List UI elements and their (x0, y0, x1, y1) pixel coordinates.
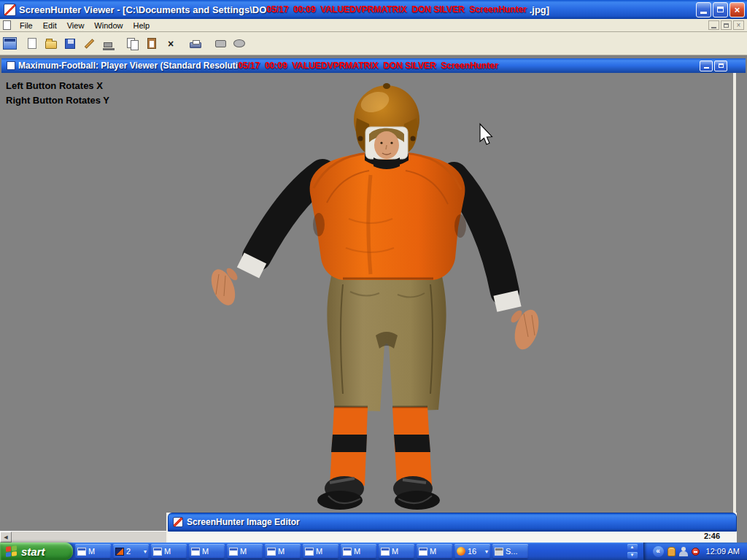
mdi-caption-buttons (700, 61, 743, 71)
firefox-icon (457, 547, 465, 556)
horizontal-scrollbar[interactable]: ◀ (0, 531, 167, 542)
editor-text-snippet: 2:46 (704, 532, 720, 540)
player-render (0, 73, 747, 542)
window-icon (305, 548, 314, 556)
taskbar-button[interactable]: M (189, 544, 225, 559)
window-title: ScreenHunter Viewer - [C:\Documents and … (19, 4, 549, 15)
rectangle-icon (215, 40, 226, 47)
mouse-cursor (480, 124, 492, 144)
new-button[interactable] (23, 34, 42, 53)
taskbar-button[interactable]: M (227, 544, 263, 559)
taskbar-button[interactable]: M (265, 544, 301, 559)
player-left-arm (206, 174, 322, 308)
screenhunter-icon (4, 4, 16, 16)
editor-window[interactable]: ScreenHunter Image Editor 2:46 (166, 513, 737, 542)
taskbar-button[interactable]: M (341, 544, 376, 559)
taskbar-group-button-mf[interactable]: 2 ▾ (113, 544, 149, 559)
minimize-icon (711, 27, 716, 28)
close-icon: × (737, 21, 741, 29)
taskbar-button[interactable]: M (75, 544, 111, 559)
taskbar-button[interactable]: M (379, 544, 414, 559)
hint-line-2: Right Button Rotates Y (6, 93, 109, 108)
window-icon (343, 548, 352, 556)
scroll-up-icon: ▲ (630, 545, 635, 549)
collapse-chevron-icon[interactable]: « (653, 546, 664, 557)
restore-button[interactable] (713, 2, 728, 18)
window-icon (229, 548, 238, 556)
copy-button[interactable] (123, 34, 142, 53)
taskbar-button-label: M (392, 547, 398, 556)
ellipse-tool-button[interactable] (230, 34, 249, 53)
window-icon (191, 548, 200, 556)
alert-tray-icon[interactable] (692, 548, 700, 556)
mdi-titlebar[interactable]: Maximum-Football: Player Viewer (Standar… (1, 58, 746, 73)
stamp-icon (104, 42, 112, 47)
scroll-up-button[interactable]: ▲ (627, 544, 638, 551)
taskbar-clock: 12:09 AM (706, 547, 740, 556)
taskbar-button[interactable]: S... (492, 544, 528, 559)
open-button[interactable] (42, 34, 61, 53)
save-button[interactable] (61, 34, 80, 53)
window-icon (153, 548, 162, 556)
toolbar: × (0, 32, 747, 55)
open-folder-icon (45, 41, 57, 49)
app-titlebar[interactable]: ScreenHunter Viewer - [C:\Documents and … (0, 0, 747, 19)
menu-edit[interactable]: Edit (38, 20, 62, 31)
mdi-close-button[interactable]: × (733, 20, 744, 30)
minimize-icon (704, 67, 709, 69)
taskbar-button-label: M (430, 547, 436, 556)
scroll-down-button[interactable]: ▼ (627, 552, 638, 559)
system-tray: « 12:09 AM (643, 542, 747, 560)
mdi-window-icon (7, 61, 15, 70)
screenhunter-editor-icon (173, 517, 183, 527)
mdi-maximize-button[interactable] (714, 61, 727, 71)
taskbar-button[interactable]: M (151, 544, 187, 559)
caption-buttons: × (696, 2, 745, 18)
hint-line-1: Left Button Rotates X (6, 79, 109, 93)
editor-titlebar[interactable]: ScreenHunter Image Editor (168, 513, 737, 532)
player-viewport[interactable]: Left Button Rotates X Right Button Rotat… (0, 73, 747, 542)
taskbar-button-label: 2 (126, 547, 131, 556)
mdi-title-text: Maximum-Football: Player Viewer (Standar… (18, 61, 238, 71)
menu-file[interactable]: File (15, 20, 38, 31)
window-icon (267, 548, 276, 556)
taskbar-scroll-buttons: ▲ ▼ (627, 544, 638, 559)
taskbar-button[interactable]: M (417, 544, 452, 559)
taskbar-group-button-firefox[interactable]: 16 ▾ (454, 544, 490, 559)
print-button[interactable] (186, 34, 205, 53)
mdi-minimize-button[interactable] (708, 20, 719, 30)
restore-icon (724, 23, 729, 28)
minimize-button[interactable] (696, 2, 711, 18)
stamp-button[interactable] (98, 34, 117, 53)
edit-button[interactable] (80, 34, 98, 53)
taskbar-button[interactable]: M (303, 544, 338, 559)
taskbar-button-label: M (202, 547, 209, 556)
toolbar-separator (180, 43, 186, 44)
menu-window[interactable]: Window (89, 20, 128, 31)
menubar: File Edit View Window Help × (0, 19, 747, 32)
mdi-restore-button[interactable] (721, 20, 732, 30)
toolbar-separator (117, 43, 123, 44)
user-tray-icon[interactable] (679, 547, 688, 556)
chevron-down-icon: ▾ (485, 548, 488, 555)
mdi-minimize-button[interactable] (700, 61, 713, 71)
mdi-workspace: Maximum-Football: Player Viewer (Standar… (0, 55, 747, 542)
window-icon (419, 548, 427, 556)
menu-view[interactable]: View (62, 20, 90, 31)
rectangle-tool-button[interactable] (211, 34, 230, 53)
taskbar-button-label: 16 (468, 547, 476, 556)
taskbar-button-label: M (164, 547, 171, 556)
viewer-logo-icon (3, 37, 17, 50)
window-icon (495, 548, 503, 556)
maximum-football-icon (115, 548, 124, 556)
start-label: start (21, 545, 45, 558)
pencil-icon (84, 39, 93, 48)
menu-help[interactable]: Help (128, 20, 155, 31)
start-button[interactable]: start (0, 542, 73, 560)
delete-button[interactable]: × (161, 34, 180, 53)
paste-icon (147, 38, 156, 49)
paste-button[interactable] (142, 34, 161, 53)
close-button[interactable]: × (729, 2, 745, 18)
hand-tray-icon[interactable] (667, 547, 676, 556)
scroll-left-button[interactable]: ◀ (0, 532, 12, 542)
